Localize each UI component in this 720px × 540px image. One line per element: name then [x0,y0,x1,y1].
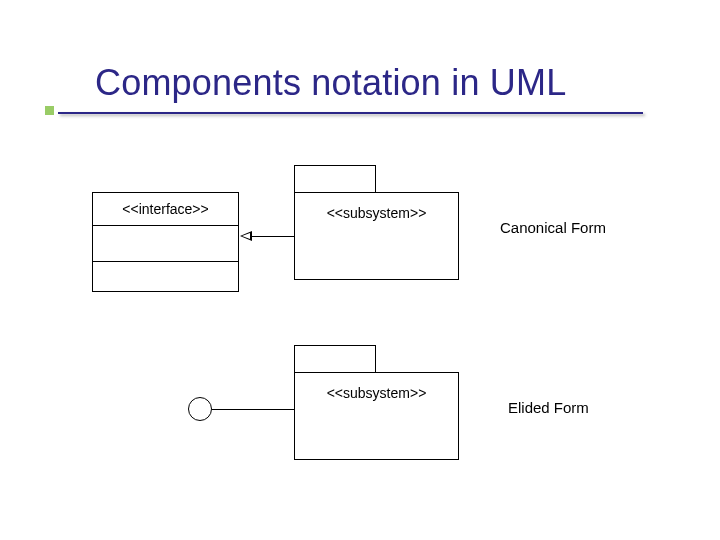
canonical-package-body: <<subsystem>> [294,192,459,280]
canonical-stereotype: <<subsystem>> [327,205,427,279]
title-bullet [45,106,54,115]
canonical-package-tab [294,165,376,193]
interface-stereotype: <<interface>> [93,193,238,226]
elided-stereotype: <<subsystem>> [327,385,427,459]
elided-label: Elided Form [508,399,589,416]
elided-package-body: <<subsystem>> [294,372,459,460]
lollipop-line [212,409,294,410]
slide-root: Components notation in UML <<interface>>… [0,0,720,540]
lollipop-interface-icon [188,397,212,421]
interface-box: <<interface>> [92,192,239,292]
canonical-label: Canonical Form [500,219,606,236]
page-title: Components notation in UML [95,62,566,104]
realization-arrow-head [240,231,252,241]
realization-arrow-line [251,236,294,237]
title-underline [58,112,643,114]
elided-package-tab [294,345,376,373]
interface-divider [93,261,238,262]
